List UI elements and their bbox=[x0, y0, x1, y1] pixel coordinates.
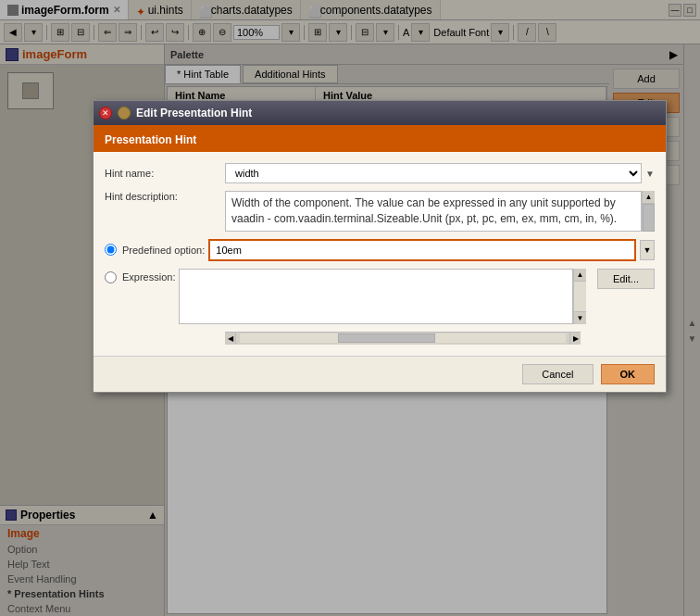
expression-label: Expression: bbox=[122, 271, 175, 283]
expr-hscrollbar[interactable]: ◀ ▶ bbox=[225, 332, 581, 345]
hint-desc-control: Width of the component. The value can be… bbox=[225, 191, 655, 232]
hscrollbar-track bbox=[240, 333, 566, 343]
hint-desc-row: Hint description: Width of the component… bbox=[105, 191, 655, 232]
hint-desc-text: Width of the component. The value can be… bbox=[225, 191, 642, 232]
predefined-dropdown-icon[interactable]: ▼ bbox=[640, 240, 655, 260]
modal-min-button[interactable] bbox=[118, 107, 131, 119]
modal-body: Hint name: width ▼ Hint description: Wid… bbox=[94, 152, 666, 356]
hint-name-dropdown-icon: ▼ bbox=[645, 169, 655, 179]
hint-desc-content: Width of the component. The value can be… bbox=[231, 196, 617, 225]
expr-scrollbar[interactable]: ▲ ▼ bbox=[573, 269, 586, 324]
hint-name-control: width ▼ bbox=[225, 163, 655, 183]
predefined-radio[interactable] bbox=[105, 244, 117, 256]
hint-name-select[interactable]: width bbox=[225, 163, 642, 183]
modal-dialog: ✕ Edit Presentation Hint Presentation Hi… bbox=[93, 100, 667, 393]
modal-header-text: Presentation Hint bbox=[105, 133, 196, 146]
edit-button-modal[interactable]: Edit... bbox=[597, 269, 655, 289]
cancel-button[interactable]: Cancel bbox=[522, 364, 593, 384]
expression-textarea[interactable] bbox=[179, 269, 572, 324]
hint-name-row: Hint name: width ▼ bbox=[105, 163, 655, 183]
ok-button[interactable]: OK bbox=[601, 364, 656, 384]
modal-close-button[interactable]: ✕ bbox=[99, 107, 112, 119]
modal-header: Presentation Hint bbox=[94, 125, 666, 152]
modal-title: Edit Presentation Hint bbox=[136, 107, 252, 119]
scrollbar-track bbox=[643, 204, 655, 219]
hscrollbar-thumb bbox=[338, 333, 436, 343]
expression-row: Expression: ▲ ▼ Edit... bbox=[105, 269, 655, 324]
desc-scrollbar[interactable]: ▲ ▼ bbox=[642, 191, 655, 232]
hint-desc-label: Hint description: bbox=[105, 191, 225, 202]
predefined-label: Predefined option: bbox=[122, 245, 205, 256]
expression-radio[interactable] bbox=[105, 271, 117, 283]
modal-footer: Cancel OK bbox=[94, 356, 666, 392]
modal-titlebar: ✕ Edit Presentation Hint bbox=[94, 101, 666, 125]
hint-name-label: Hint name: bbox=[105, 168, 225, 179]
scrollbar-thumb bbox=[643, 204, 655, 232]
predefined-row: Predefined option: ▼ bbox=[105, 239, 655, 261]
predefined-input[interactable] bbox=[208, 239, 636, 261]
